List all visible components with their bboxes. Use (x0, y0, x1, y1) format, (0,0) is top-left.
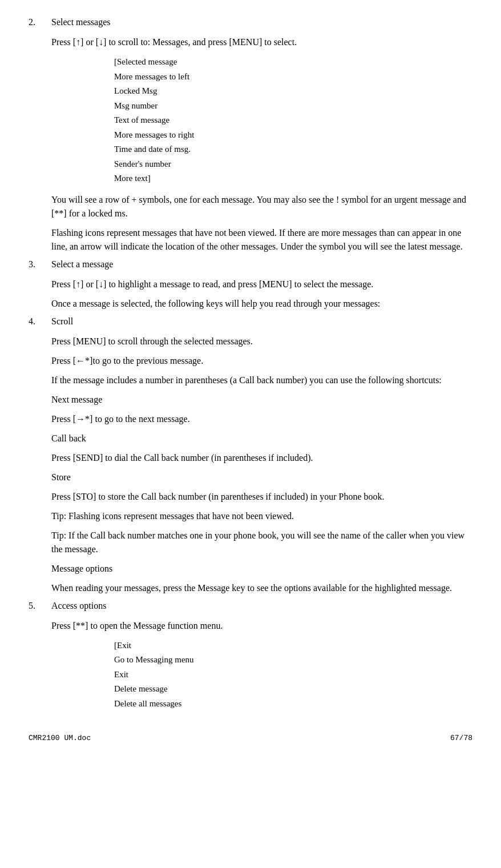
footer-right: 67/78 (450, 734, 472, 742)
section-4-sub-2-text: If the message includes a number in pare… (51, 373, 472, 387)
section-5-list: [Exit Go to Messaging menu Exit Delete m… (114, 638, 472, 712)
document-content: 2. Select messages Press [↑] or [↓] to s… (29, 17, 472, 742)
list-item: [Selected message (114, 55, 472, 70)
section-2-number: 2. (29, 17, 51, 27)
list-item: Sender's number (114, 157, 472, 172)
list-item: More messages to right (114, 128, 472, 143)
section-2-list: [Selected message More messages to left … (114, 55, 472, 186)
section-5-body: Press [**] to open the Message function … (51, 619, 472, 712)
section-4-sub-8-label: Message options (51, 562, 472, 576)
list-item: More text] (114, 171, 472, 186)
section-3-header: 3. Select a message (29, 259, 472, 270)
section-2-body: Press [↑] or [↓] to scroll to: Messages,… (51, 35, 472, 254)
section-3-body: Press [↑] or [↓] to highlight a message … (51, 278, 472, 311)
section-4-body: Press [MENU] to scroll through the selec… (51, 335, 472, 595)
section-4-sub-8-text: When reading your messages, press the Me… (51, 581, 472, 595)
section-2-title: Select messages (51, 17, 111, 27)
section-4-call-back: Call back Press [SEND] to dial the Call … (51, 432, 472, 465)
list-item: Time and date of msg. (114, 142, 472, 157)
list-item: Locked Msg (114, 84, 472, 99)
section-4-sub-1-text: Press [←*]to go to the previous message. (51, 354, 472, 368)
section-4-sub-5-text: Press [STO] to store the Call back numbe… (51, 490, 472, 504)
section-5-title: Access options (51, 601, 106, 611)
section-4-sub-3-label: Next message (51, 393, 472, 407)
footer-left: CMR2100 UM.doc (29, 734, 91, 742)
list-item: Delete message (114, 682, 472, 697)
list-item: More messages to left (114, 70, 472, 85)
section-3-title: Select a message (51, 259, 113, 270)
section-3-para-1: Once a message is selected, the followin… (51, 297, 472, 311)
section-4-header: 4. Scroll (29, 316, 472, 327)
list-item: Msg number (114, 99, 472, 114)
section-2-para-2: Flashing icons represent messages that h… (51, 226, 472, 254)
section-4-sub-0-text: Press [MENU] to scroll through the selec… (51, 335, 472, 348)
section-4-tip-1: Tip: Flashing icons represent messages t… (51, 509, 472, 523)
section-4-sub-3-text: Press [→*] to go to the next message. (51, 412, 472, 426)
list-item: Go to Messaging menu (114, 653, 472, 668)
section-4-sub-4-text: Press [SEND] to dial the Call back numbe… (51, 451, 472, 465)
section-4-number: 4. (29, 316, 51, 327)
section-3-number: 3. (29, 259, 51, 270)
list-item: Text of message (114, 113, 472, 128)
list-item: Delete all messages (114, 697, 472, 712)
section-5-header: 5. Access options (29, 601, 472, 611)
list-item: Exit (114, 668, 472, 682)
section-4-title: Scroll (51, 316, 73, 327)
section-4-next-message: Next message Press [→*] to go to the nex… (51, 393, 472, 426)
section-2-para-1: You will see a row of + symbols, one for… (51, 193, 472, 220)
section-3-intro: Press [↑] or [↓] to highlight a message … (51, 278, 472, 291)
section-4-tip-2: Tip: If the Call back number matches one… (51, 529, 472, 556)
section-4-store: Store Press [STO] to store the Call back… (51, 471, 472, 504)
section-5-number: 5. (29, 601, 51, 611)
list-item: [Exit (114, 638, 472, 653)
page-footer: CMR2100 UM.doc 67/78 (29, 734, 472, 742)
section-4-sub-5-label: Store (51, 471, 472, 484)
section-4-message-options: Message options When reading your messag… (51, 562, 472, 595)
section-4-sub-4-label: Call back (51, 432, 472, 445)
section-2-intro: Press [↑] or [↓] to scroll to: Messages,… (51, 35, 472, 49)
section-2-header: 2. Select messages (29, 17, 472, 27)
section-5-intro: Press [**] to open the Message function … (51, 619, 472, 633)
